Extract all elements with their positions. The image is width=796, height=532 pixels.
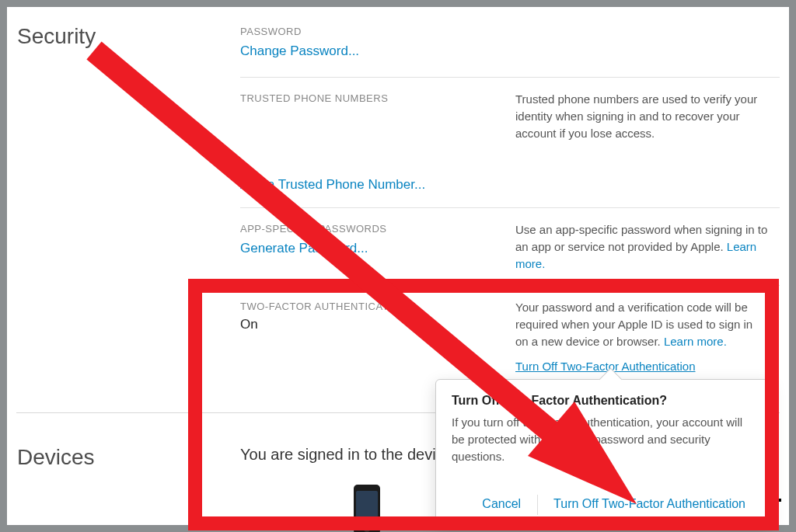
divider	[240, 285, 780, 286]
decorative-mark	[775, 499, 781, 502]
trusted-phone-desc: Trusted phone numbers are used to verify…	[515, 91, 769, 141]
settings-panel: Security PASSWORD Change Password... TRU…	[7, 7, 789, 525]
two-factor-desc: Your password and a verification code wi…	[515, 299, 769, 349]
two-factor-heading: TWO-FACTOR AUTHENTICATION	[240, 301, 497, 312]
app-specific-heading: APP-SPECIFIC PASSWORDS	[240, 223, 497, 235]
device-thumbnail-iphone[interactable]	[354, 485, 380, 532]
trusted-phone-heading: TRUSTED PHONE NUMBERS	[240, 92, 497, 104]
change-password-link[interactable]: Change Password...	[240, 43, 359, 59]
add-trusted-phone-link[interactable]: Add a Trusted Phone Number...	[240, 177, 425, 193]
generate-password-link[interactable]: Generate Password...	[240, 241, 368, 256]
popover-body: If you turn off two-factor authenticatio…	[452, 414, 755, 464]
popover-cancel-button[interactable]: Cancel	[473, 497, 530, 510]
turn-off-two-factor-link[interactable]: Turn Off Two-Factor Authentication	[515, 360, 696, 373]
divider	[240, 77, 780, 78]
devices-signed-in-text: You are signed in to the devic	[240, 446, 444, 464]
password-heading: PASSWORD	[240, 26, 497, 37]
divider	[240, 207, 780, 208]
two-factor-learn-more-link[interactable]: Learn more.	[664, 335, 727, 348]
popover-separator	[537, 495, 538, 515]
section-title-security: Security	[17, 24, 96, 49]
content-area: Security PASSWORD Change Password... TRU…	[7, 7, 789, 525]
turn-off-two-factor-popover: Turn Off Two-Factor Authentication? If y…	[435, 379, 771, 527]
section-title-devices: Devices	[17, 445, 95, 470]
popover-confirm-button[interactable]: Turn Off Two-Factor Authentication	[544, 497, 755, 510]
popover-actions: Cancel Turn Off Two-Factor Authenticatio…	[473, 495, 755, 515]
popover-title: Turn Off Two-Factor Authentication?	[452, 394, 755, 408]
two-factor-value: On	[240, 317, 497, 332]
app-specific-desc: Use an app-specific password when signin…	[515, 221, 769, 272]
